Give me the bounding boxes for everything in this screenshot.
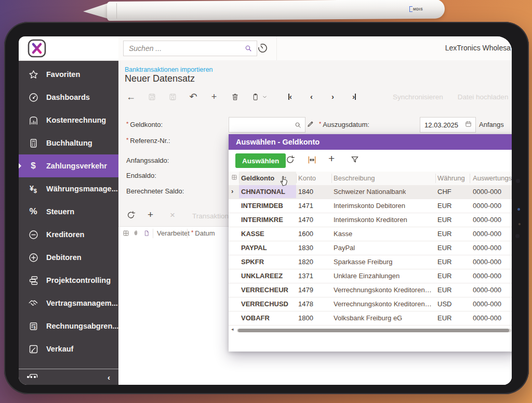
cell-waehrung: EUR: [437, 272, 451, 280]
sidebar-item-label: Projektcontrolling: [46, 276, 111, 284]
stacked-boxes-icon: [28, 275, 39, 286]
geldkonto-lookup-input[interactable]: [229, 117, 305, 133]
table-row[interactable]: UNKLAREEZ 1371 Unklare Einzahlungen EUR …: [229, 269, 512, 283]
bar-chart-icon: [28, 114, 39, 126]
table-row[interactable]: SPKFR 1820 Sparkasse Freiburg EUR 0000-0…: [229, 255, 512, 269]
modal-refresh-icon[interactable]: [285, 154, 296, 167]
table-row[interactable]: VERRECHEUR 1479 Verrechnungskonto Kredit…: [229, 283, 512, 297]
copy-dropdown[interactable]: [245, 92, 273, 101]
last-record-button[interactable]: ›: [343, 89, 365, 104]
form-label-endsaldo: Endsaldo:: [126, 172, 156, 179]
calendar-icon[interactable]: [464, 120, 472, 129]
previous-record-button[interactable]: ‹: [301, 89, 322, 104]
form-label-berechneter-saldo: Berechneter Saldo:: [126, 187, 184, 195]
filter-icon[interactable]: [350, 154, 360, 167]
plus-circle-icon: [28, 252, 39, 263]
toolbar-text-buttons: SynchronisierenDatei hochladenTransakti: [365, 92, 512, 101]
horizontal-scrollbar[interactable]: ◂: [229, 328, 512, 334]
table-row[interactable]: ›CHNATIONAL 1840 Schweizer Nationalbank …: [229, 185, 512, 199]
collapse-sidebar-icon[interactable]: ‹: [108, 373, 110, 382]
subgrid-col-datum[interactable]: *Datum: [191, 229, 215, 237]
sidebar-item-label: Verkauf: [46, 345, 73, 353]
sidebar-item-w-hrungsmanage[interactable]: ¥$ Währungsmanage...: [19, 177, 118, 200]
subgrid-col-verarbeitet[interactable]: Verarbeitet: [157, 229, 190, 237]
next-record-button[interactable]: ›: [322, 89, 343, 104]
subgrid-add-icon[interactable]: +: [148, 209, 153, 220]
yen-dollar-icon: ¥$: [28, 183, 39, 194]
column-header-geldkonto[interactable]: Geldkonto: [241, 174, 274, 182]
breadcrumb[interactable]: Banktransaktionen importieren: [125, 66, 213, 73]
scroll-left-icon[interactable]: ◂: [231, 327, 234, 332]
sidebar-item-label: Steuern: [46, 207, 74, 216]
gauge-icon: [28, 92, 39, 103]
handshake-icon: [28, 297, 39, 309]
search-placeholder: Suchen ...: [129, 44, 244, 53]
history-icon[interactable]: [257, 42, 269, 56]
delete-icon[interactable]: [224, 92, 245, 101]
sidebar-item-kreditoren[interactable]: Kreditoren: [19, 223, 118, 246]
sidebar-item-buchhaltung[interactable]: Buchhaltung: [19, 132, 118, 154]
form-label-referenz-nr: *Referenz-Nr.:: [126, 137, 170, 145]
subgrid-refresh-icon[interactable]: [126, 210, 136, 223]
sidebar-item-verkauf[interactable]: Verkauf: [19, 337, 118, 360]
search-icon: [244, 44, 252, 53]
sidebar-item-vertragsmanagem[interactable]: Vertragsmanagem...: [19, 292, 118, 315]
sidebar-item-favoriten[interactable]: Favoriten: [19, 63, 118, 86]
subgrid-delete-icon[interactable]: ×: [170, 210, 175, 220]
cell-konto: 1840: [298, 188, 313, 196]
column-header-beschreibung[interactable]: Beschreibung: [334, 174, 375, 182]
table-row[interactable]: VOBAFR 1800 Volksbank Freiburg eG EUR 00…: [229, 311, 512, 326]
undo-icon[interactable]: ↶: [183, 89, 204, 104]
sidebar-item-debitoren[interactable]: Debitoren: [19, 246, 118, 269]
sidebar-item-label: Kostenrechnung: [46, 116, 106, 124]
search-input[interactable]: Suchen ...: [123, 41, 257, 56]
column-header-auswertung[interactable]: Auswertungss: [473, 174, 512, 182]
back-button[interactable]: ←: [121, 89, 141, 104]
scrollbar-thumb[interactable]: [238, 329, 509, 332]
fit-column-width-icon[interactable]: [307, 154, 317, 167]
sidebar-header: [19, 36, 118, 61]
modal-add-icon[interactable]: +: [328, 152, 335, 165]
cell-geldkonto: SPKFR: [241, 258, 264, 266]
sidebar-item-dashboards[interactable]: Dashboards: [19, 86, 118, 109]
column-header-waehrung[interactable]: Währung: [437, 174, 465, 182]
form-label-geldkonto: *Geldkonto:: [126, 121, 163, 128]
sidebar-item-label: Rechnungsabgren...: [46, 322, 118, 330]
expand-rows-icon[interactable]: [123, 229, 129, 239]
table-row[interactable]: KASSE 1600 Kasse EUR 0000-000: [229, 227, 512, 241]
sidebar-item-label: Vertragsmanagem...: [46, 299, 118, 307]
table-row[interactable]: VERRECHUSD 1478 Verrechnungskonto Kredit…: [229, 297, 512, 311]
sidebar-item-zahlungsverkehr[interactable]: $ Zahlungsverkehr: [19, 154, 118, 177]
cell-beschreibung: Interimskonto Debitoren: [334, 202, 405, 210]
table-row[interactable]: PAYPAL 1830 PayPal EUR 0000-000: [229, 241, 512, 255]
sidebar-item-kostenrechnung[interactable]: Kostenrechnung: [19, 109, 118, 132]
toolbar-button-synchronisieren[interactable]: Synchronisieren: [393, 93, 443, 101]
cell-beschreibung: Verrechnungskonto Kreditoren / ...: [334, 300, 433, 308]
app-screen: Favoriten Dashboards Kostenrechnung Buch…: [19, 36, 512, 385]
table-row[interactable]: INTERIMDEB 1471 Interimskonto Debitoren …: [229, 199, 512, 213]
camera-dot: [516, 179, 520, 183]
expand-all-icon[interactable]: [231, 174, 237, 182]
toolbar-button-datei-hochladen[interactable]: Datei hochladen: [458, 93, 509, 101]
save-button[interactable]: [162, 92, 183, 101]
app-logo-icon[interactable]: [27, 38, 47, 58]
sidebar-item-projektcontrolling[interactable]: Projektcontrolling: [19, 269, 118, 292]
auszugsdatum-input[interactable]: 12.03.2025: [420, 117, 476, 133]
sidebar-item-rechnungsabgren[interactable]: $ Rechnungsabgren...: [19, 315, 118, 337]
modal-toolbar: Auswählen +: [229, 150, 512, 172]
first-record-button[interactable]: ‹: [280, 89, 301, 104]
cell-waehrung: EUR: [437, 314, 451, 322]
table-row[interactable]: INTERIMKRE 1470 Interimskonto Kreditoren…: [229, 213, 512, 227]
sidebar-item-steuern[interactable]: % Steuern: [19, 200, 118, 223]
column-header-konto[interactable]: Konto: [298, 174, 316, 182]
modal-table-header: Geldkonto ↑ Konto Beschreibung Währung A…: [229, 172, 512, 186]
more-options-icon[interactable]: [27, 376, 36, 378]
percent-icon: %: [28, 206, 39, 217]
sidebar-item-label: Favoriten: [46, 70, 80, 79]
add-record-icon[interactable]: +: [204, 89, 224, 104]
cell-beschreibung: PayPal: [334, 244, 355, 252]
minus-circle-icon: [28, 229, 39, 240]
edit-pencil-icon[interactable]: [306, 120, 315, 131]
save-and-continue-button[interactable]: [141, 92, 162, 101]
select-button[interactable]: Auswählen: [235, 153, 286, 168]
